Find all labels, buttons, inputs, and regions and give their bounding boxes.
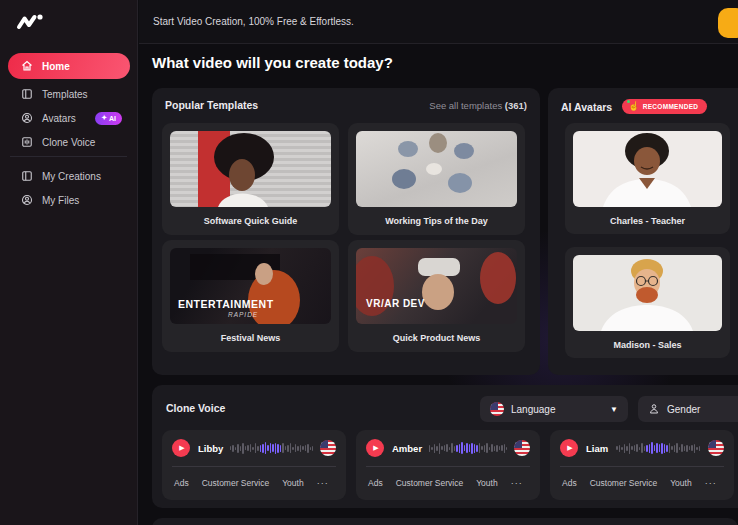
template-card[interactable]: Working Tips of the Day [348, 123, 525, 235]
avatar-card[interactable]: Charles - Teacher [565, 123, 730, 234]
template-card[interactable]: Software Quick Guide [162, 123, 339, 235]
my-creations-icon [20, 170, 33, 183]
template-thumbnail [356, 131, 517, 207]
voice-name: Liam [586, 443, 608, 454]
voice-tag: Youth [282, 478, 303, 488]
app-logo-icon[interactable] [16, 11, 46, 33]
chevron-down-icon: ▼ [610, 405, 618, 414]
us-flag-icon [708, 440, 724, 456]
template-caption: Working Tips of the Day [356, 216, 517, 226]
voice-tag: Customer Service [202, 478, 270, 488]
voice-tag: Ads [562, 478, 577, 488]
popular-templates-title: Popular Templates [165, 99, 258, 111]
page-title: What video will you create today? [152, 54, 393, 71]
voice-tag: Customer Service [396, 478, 464, 488]
us-flag-icon [514, 440, 530, 456]
sidebar-item-templates[interactable]: Templates [8, 82, 130, 106]
sidebar-item-home[interactable]: Home [8, 53, 130, 79]
clone-voice-title: Clone Voice [166, 402, 225, 414]
home-icon [20, 60, 33, 73]
thumbnail-overlay-text: ENTERTAINMENT [178, 298, 274, 310]
template-thumbnail: ENTERTAINMENT RAPIDE [170, 248, 331, 324]
sidebar-item-label: My Creations [42, 171, 101, 182]
template-thumbnail: VR/AR DEV [356, 248, 517, 324]
sidebar-item-my-creations[interactable]: My Creations [8, 164, 130, 188]
template-card[interactable]: ENTERTAINMENT RAPIDE Festival News [162, 240, 339, 352]
language-dropdown-label: Language [511, 404, 556, 415]
sidebar-item-label: Clone Voice [42, 137, 95, 148]
upgrade-button[interactable] [718, 8, 738, 38]
clone-voice-icon [20, 136, 33, 149]
next-section-edge [152, 518, 738, 525]
voice-tag: Customer Service [590, 478, 658, 488]
popular-templates-panel: Popular Templates See all templates (361… [152, 88, 540, 375]
voice-card[interactable]: ▶ Libby Ads Customer Service Youth ··· [162, 430, 346, 500]
sidebar-item-my-files[interactable]: My Files [8, 188, 130, 212]
see-all-templates-link[interactable]: See all templates (361) [429, 100, 527, 111]
sidebar-divider [10, 156, 127, 157]
voice-tag: Youth [476, 478, 497, 488]
template-caption: Festival News [170, 333, 331, 343]
ai-badge: ✦AI [95, 112, 122, 125]
template-card[interactable]: VR/AR DEV Quick Product News [348, 240, 525, 352]
voice-waveform [615, 440, 701, 456]
ai-avatars-panel: AI Avatars ☝RECOMMENDED Charles - Teache… [548, 88, 738, 375]
voice-card[interactable]: ▶ Amber Ads Customer Service Youth ··· [356, 430, 540, 500]
sidebar-item-clone-voice[interactable]: Clone Voice [8, 130, 130, 154]
language-dropdown[interactable]: Language ▼ [480, 396, 628, 422]
sidebar-item-label: Templates [42, 89, 88, 100]
recommended-badge: ☝RECOMMENDED [622, 99, 707, 114]
template-caption: Quick Product News [356, 333, 517, 343]
voice-tag: Youth [670, 478, 691, 488]
voice-waveform [429, 440, 507, 456]
avatar-image [573, 255, 722, 331]
voice-tag: Ads [174, 478, 189, 488]
avatar-card[interactable]: Madison - Sales [565, 247, 730, 358]
pointing-hand-icon: ☝ [628, 102, 640, 111]
avatars-icon [20, 112, 33, 125]
play-button[interactable]: ▶ [366, 439, 384, 457]
avatar-name: Charles - Teacher [573, 216, 722, 226]
more-tags-icon[interactable]: ··· [511, 478, 523, 488]
voice-waveform [230, 440, 313, 456]
more-tags-icon[interactable]: ··· [705, 478, 717, 488]
sidebar-item-label: Home [42, 61, 70, 72]
sidebar: Home Templates Avatars ✦AI Clone Voice M… [0, 0, 138, 525]
us-flag-icon [490, 402, 504, 416]
more-tags-icon[interactable]: ··· [317, 478, 329, 488]
templates-icon [20, 88, 33, 101]
thumbnail-overlay-subtext: RAPIDE [228, 311, 258, 318]
play-button[interactable]: ▶ [172, 439, 190, 457]
voice-name: Amber [392, 443, 422, 454]
avatar-image [573, 131, 722, 207]
person-icon [648, 403, 660, 415]
sidebar-item-label: My Files [42, 195, 79, 206]
clone-voice-panel: Clone Voice Language ▼ Gender ▶ Libby Ad… [152, 385, 738, 508]
sidebar-item-avatars[interactable]: Avatars ✦AI [8, 106, 130, 130]
us-flag-icon [320, 440, 336, 456]
template-thumbnail [170, 131, 331, 207]
avatar-name: Madison - Sales [573, 340, 722, 350]
sidebar-item-label: Avatars [42, 113, 76, 124]
template-caption: Software Quick Guide [170, 216, 331, 226]
play-button[interactable]: ▶ [560, 439, 578, 457]
voice-card[interactable]: ▶ Liam Ads Customer Service Youth ··· [550, 430, 734, 500]
my-files-icon [20, 194, 33, 207]
topbar-message: Start Video Creation, 100% Free & Effort… [153, 16, 354, 27]
voice-name: Libby [198, 443, 223, 454]
thumbnail-overlay-text: VR/AR DEV [366, 298, 425, 309]
sparkle-icon: ✦ [101, 114, 107, 122]
gender-dropdown-label: Gender [667, 404, 700, 415]
ai-avatars-title: AI Avatars [561, 101, 612, 113]
gender-dropdown[interactable]: Gender [638, 396, 738, 422]
voice-tag: Ads [368, 478, 383, 488]
topbar: Start Video Creation, 100% Free & Effort… [139, 0, 738, 44]
